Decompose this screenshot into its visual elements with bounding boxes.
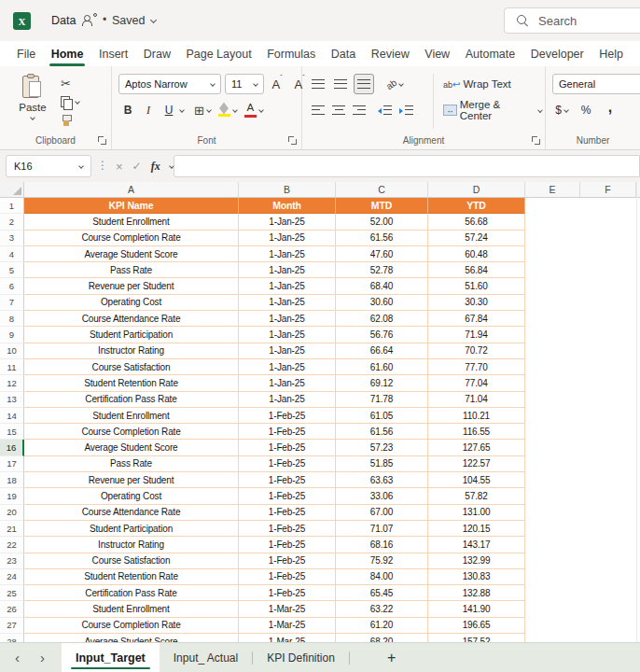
cell[interactable]: 56.76 xyxy=(336,327,428,343)
sheet-tab-input-target[interactable]: Input_Target xyxy=(62,643,160,672)
ribbon-tab-home[interactable]: Home xyxy=(49,44,86,64)
ribbon-tab-file[interactable]: File xyxy=(15,44,37,64)
ribbon-tab-page-layout[interactable]: Page Layout xyxy=(184,44,253,64)
cell[interactable]: 61.05 xyxy=(336,408,428,424)
table-header-cell[interactable]: MTD xyxy=(336,198,428,214)
ribbon-tab-review[interactable]: Review xyxy=(369,44,411,64)
cell[interactable]: 57.24 xyxy=(428,231,525,246)
cell[interactable]: 141.90 xyxy=(428,601,525,617)
save-status-label[interactable]: Saved xyxy=(112,14,145,27)
cell[interactable]: 131.00 xyxy=(428,505,525,521)
cell[interactable]: 1-Mar-25 xyxy=(239,601,336,617)
cell[interactable]: 1-Feb-25 xyxy=(239,585,336,601)
row-header-28[interactable]: 28 xyxy=(0,634,24,642)
cell-empty[interactable] xyxy=(525,456,580,472)
row-header-22[interactable]: 22 xyxy=(0,537,24,553)
cell-empty[interactable] xyxy=(580,408,636,424)
underline-button[interactable]: U xyxy=(160,100,178,120)
number-format-combo[interactable]: General xyxy=(552,74,640,94)
row-header-2[interactable]: 2 xyxy=(0,214,24,230)
cell[interactable]: 132.99 xyxy=(428,553,525,569)
cell[interactable]: 77.04 xyxy=(428,375,525,391)
formula-bar-grip-icon[interactable]: ⋮ xyxy=(97,159,108,172)
cell-empty[interactable] xyxy=(580,198,636,214)
cell[interactable]: 1-Jan-25 xyxy=(239,231,336,246)
cell[interactable]: 61.60 xyxy=(336,359,428,375)
row-header-7[interactable]: 7 xyxy=(0,295,24,311)
cell-empty[interactable] xyxy=(525,359,580,375)
font-size-combo[interactable]: 11 xyxy=(225,74,264,94)
cell[interactable]: Pass Rate xyxy=(24,262,239,278)
cell[interactable]: 67.00 xyxy=(336,505,428,521)
row-header-19[interactable]: 19 xyxy=(0,488,24,504)
cell[interactable]: 51.60 xyxy=(428,278,525,294)
cell[interactable]: 63.63 xyxy=(336,472,428,488)
cell[interactable]: 62.08 xyxy=(336,311,428,327)
row-header-23[interactable]: 23 xyxy=(0,553,24,569)
cell[interactable]: 69.12 xyxy=(336,375,428,391)
row-header-20[interactable]: 20 xyxy=(0,505,24,521)
cell[interactable]: Student Participation xyxy=(24,327,239,343)
cell[interactable]: 196.65 xyxy=(428,618,525,634)
column-header-B[interactable]: B xyxy=(239,182,336,197)
cell-empty[interactable] xyxy=(525,246,580,262)
wrap-text-button[interactable]: ab↩ Wrap Text xyxy=(440,74,514,94)
cell[interactable]: 56.68 xyxy=(428,214,525,230)
cell-empty[interactable] xyxy=(525,231,580,246)
cell[interactable]: Revenue per Student xyxy=(24,278,239,294)
cell[interactable]: Student Participation xyxy=(24,521,239,537)
table-header-cell[interactable]: Month xyxy=(239,198,336,214)
row-header-17[interactable]: 17 xyxy=(0,456,24,472)
cell[interactable]: Revenue per Student xyxy=(24,472,239,488)
cell[interactable]: Average Student Score xyxy=(24,634,239,642)
cell-empty[interactable] xyxy=(525,392,580,408)
font-dialog-launcher-icon[interactable] xyxy=(288,136,297,145)
cell[interactable]: 51.85 xyxy=(336,456,428,472)
ribbon-tab-draw[interactable]: Draw xyxy=(142,44,173,64)
cell-empty[interactable] xyxy=(580,553,636,569)
cell-empty[interactable] xyxy=(580,246,636,262)
cell[interactable]: 1-Feb-25 xyxy=(239,424,336,440)
column-header-C[interactable]: C xyxy=(336,182,428,197)
cell-empty[interactable] xyxy=(580,295,636,311)
cell[interactable]: Average Student Score xyxy=(24,440,239,455)
cell-empty[interactable] xyxy=(580,537,636,553)
cell[interactable]: 1-Jan-25 xyxy=(239,311,336,327)
cell[interactable]: Course Satisfaction xyxy=(24,359,239,375)
cell-empty[interactable] xyxy=(580,375,636,391)
cell[interactable]: 1-Jan-25 xyxy=(239,246,336,262)
row-header-18[interactable]: 18 xyxy=(0,472,24,488)
cell[interactable]: 132.88 xyxy=(428,585,525,601)
cell[interactable]: 71.07 xyxy=(336,521,428,537)
row-header-15[interactable]: 15 xyxy=(0,424,24,440)
row-header-13[interactable]: 13 xyxy=(0,392,24,408)
cell-empty[interactable] xyxy=(580,214,636,230)
cell[interactable]: 61.20 xyxy=(336,618,428,634)
cell[interactable]: 65.45 xyxy=(336,585,428,601)
cell[interactable]: 52.78 xyxy=(336,262,428,278)
cell[interactable]: Certification Pass Rate xyxy=(24,392,239,408)
cell[interactable]: 1-Feb-25 xyxy=(239,505,336,521)
row-header-10[interactable]: 10 xyxy=(0,343,24,359)
italic-button[interactable]: I xyxy=(139,100,158,120)
cell[interactable]: Student Enrollment xyxy=(24,408,239,424)
cell[interactable]: Operating Cost xyxy=(24,295,239,311)
cell[interactable]: 120.15 xyxy=(428,521,525,537)
cell[interactable]: Student Enrollment xyxy=(24,214,239,230)
excel-app-icon[interactable]: X xyxy=(13,12,31,30)
row-header-26[interactable]: 26 xyxy=(0,601,24,617)
middle-align-button[interactable] xyxy=(331,74,350,94)
cell[interactable]: Certification Pass Rate xyxy=(24,585,239,601)
cell-empty[interactable] xyxy=(580,440,636,455)
cell-empty[interactable] xyxy=(525,537,580,553)
cell-empty[interactable] xyxy=(580,505,636,521)
column-header-F[interactable]: F xyxy=(580,182,636,197)
cell-empty[interactable] xyxy=(580,569,636,585)
row-header-25[interactable]: 25 xyxy=(0,585,24,601)
cell[interactable]: 57.82 xyxy=(428,488,525,504)
bold-button[interactable]: B xyxy=(118,100,137,120)
cell[interactable]: 84.00 xyxy=(336,569,428,585)
cell-empty[interactable] xyxy=(525,278,580,294)
cell[interactable]: 116.55 xyxy=(428,424,525,440)
merge-center-button[interactable]: ↔ Merge & Center xyxy=(440,100,545,120)
